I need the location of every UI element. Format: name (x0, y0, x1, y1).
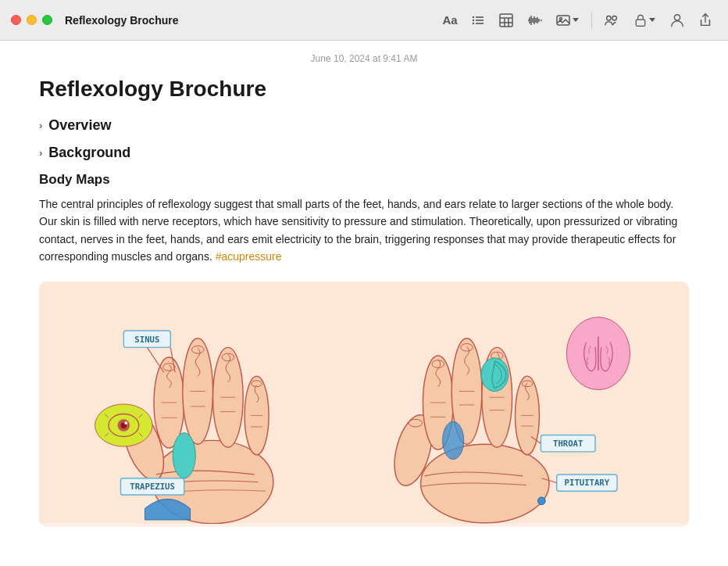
traffic-lights (11, 15, 52, 25)
document-main-title: Reflexology Brochure (39, 77, 689, 102)
document-date: June 10, 2024 at 9:41 AM (39, 41, 689, 73)
svg-point-59 (173, 432, 195, 478)
lock-icon[interactable] (628, 9, 661, 32)
content-area: June 10, 2024 at 9:41 AM Reflexology Bro… (0, 41, 728, 566)
hand-illustration: SINUS TRAPEZIUS (39, 281, 689, 524)
svg-text:THROAT: THROAT (553, 439, 583, 449)
minimize-button[interactable] (27, 15, 37, 25)
section-background[interactable]: › Background (39, 145, 689, 161)
fullscreen-button[interactable] (42, 15, 52, 25)
svg-point-4 (473, 22, 474, 23)
share-icon[interactable] (694, 9, 717, 32)
document-title: Reflexology Brochure (65, 14, 438, 27)
svg-point-0 (473, 16, 474, 17)
collaboration-icon[interactable] (600, 9, 623, 32)
table-icon[interactable] (494, 9, 518, 32)
svg-point-22 (607, 16, 611, 20)
chevron-right-icon-2: › (39, 147, 42, 159)
svg-point-25 (674, 14, 680, 20)
image-icon[interactable] (551, 9, 583, 32)
titlebar: Reflexology Brochure Aa (0, 0, 728, 41)
chevron-right-icon: › (39, 120, 42, 131)
font-icon[interactable]: Aa (438, 9, 462, 32)
toolbar-separator-1 (591, 12, 592, 29)
section-overview[interactable]: › Overview (39, 117, 689, 134)
person-icon[interactable] (666, 9, 689, 32)
close-button[interactable] (11, 15, 21, 25)
document: June 10, 2024 at 9:41 AM Reflexology Bro… (20, 41, 708, 527)
waveform-icon[interactable] (523, 9, 546, 32)
hand-illustration-container: SINUS TRAPEZIUS (39, 281, 689, 527)
svg-point-91 (538, 496, 546, 504)
list-icon[interactable] (466, 9, 490, 32)
subsection-title: Body Maps (39, 172, 689, 188)
svg-text:PITUITARY: PITUITARY (565, 478, 610, 488)
svg-rect-24 (636, 20, 644, 26)
body-text: The central principles of reflexology su… (39, 195, 689, 266)
svg-point-2 (473, 19, 474, 20)
svg-rect-20 (557, 16, 569, 25)
svg-rect-6 (500, 14, 512, 27)
svg-point-54 (124, 421, 127, 424)
section-overview-label: Overview (48, 117, 111, 134)
svg-text:TRAPEZIUS: TRAPEZIUS (130, 482, 175, 492)
hashtag[interactable]: #acupressure (216, 250, 282, 263)
svg-point-84 (443, 421, 464, 459)
svg-point-23 (612, 16, 616, 20)
svg-text:SINUS: SINUS (134, 334, 159, 344)
toolbar: Aa (438, 9, 717, 32)
section-background-label: Background (48, 145, 130, 161)
